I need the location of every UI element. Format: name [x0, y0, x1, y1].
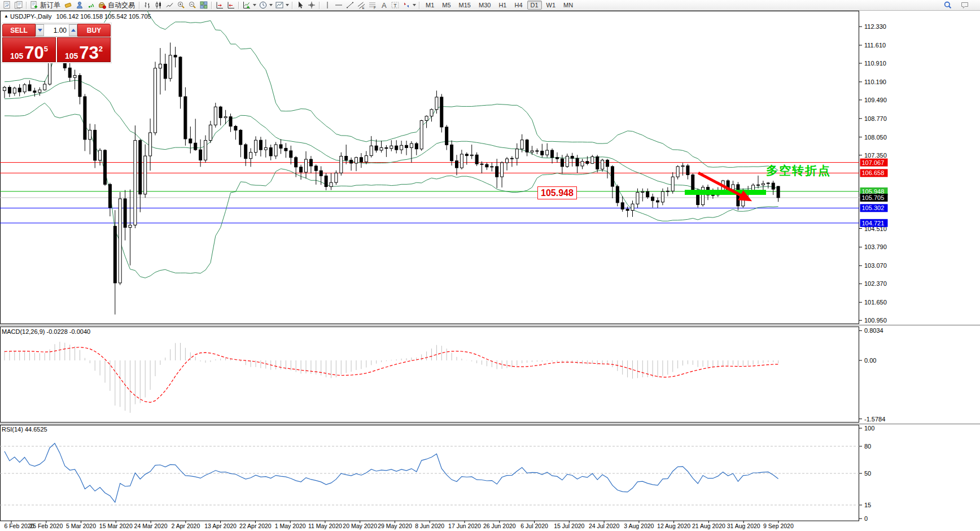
candle [420, 121, 423, 149]
chat-icon[interactable] [959, 1, 970, 10]
toolbar: 新订单自动交易EFATM1M5M15M30H1H4D1W1MN [0, 0, 980, 11]
zoom-out-icon[interactable] [187, 1, 198, 10]
auto-scroll-icon[interactable] [214, 1, 225, 10]
vertical-line-ic [323, 1, 332, 10]
horizontal-line-ic[interactable] [333, 1, 344, 10]
search-icon[interactable] [942, 1, 953, 10]
text-label-icon[interactable]: T [390, 1, 401, 10]
candle [440, 97, 443, 127]
macd-axis-tick: 0.8034 [864, 327, 883, 334]
candle [360, 158, 362, 162]
profiles-icon[interactable] [13, 1, 24, 10]
text-icon[interactable]: A [378, 1, 390, 10]
time-axis-label: 15 Mar 2020 [99, 523, 133, 529]
candle [515, 149, 518, 159]
fibonacci-icon: F [368, 1, 377, 10]
candle [279, 145, 282, 148]
sell-button[interactable]: SELL [2, 24, 36, 37]
candle [611, 167, 614, 186]
time-axis-label: 12 Aug 2020 [657, 523, 690, 529]
candle [78, 76, 81, 97]
timeframe-m5[interactable]: M5 [439, 1, 454, 10]
new-order-icon [30, 1, 39, 10]
periods-icon-dropdown[interactable] [269, 4, 273, 6]
crosshair-icon[interactable] [306, 1, 317, 10]
buy-price-box[interactable]: 105732 [57, 37, 111, 62]
rsi-axis-tick: 80 [864, 443, 871, 450]
toolbar-separator [26, 2, 27, 9]
periods-icon[interactable] [257, 1, 274, 10]
candle [169, 55, 172, 79]
candle [636, 193, 639, 204]
timeframe-h1[interactable]: H1 [495, 1, 510, 10]
editor-icon[interactable] [63, 1, 74, 10]
sell-price-point: 5 [44, 45, 48, 53]
candle [496, 167, 498, 177]
templates-icon-dropdown[interactable] [286, 4, 289, 6]
tile-windows-icon[interactable] [198, 1, 209, 10]
arrows-icon-dropdown[interactable] [413, 4, 416, 6]
candle [234, 127, 237, 130]
cursor-icon[interactable] [295, 1, 306, 10]
down-arrow-annotation[interactable] [698, 173, 749, 199]
timeframe-w1[interactable]: W1 [543, 1, 559, 10]
price-axis[interactable]: 112.330111.610110.910110.190109.490108.7… [859, 23, 888, 522]
candle [671, 177, 674, 191]
symbol-period-label: USDJPY-,Daily [10, 13, 52, 20]
arrows-icon [402, 1, 411, 10]
candle [179, 57, 182, 97]
candle [229, 117, 232, 127]
timeframe-d1[interactable]: D1 [527, 1, 542, 10]
arrows-icon[interactable] [401, 1, 417, 10]
timeframe-h4[interactable]: H4 [511, 1, 526, 10]
line-chart-icon[interactable] [164, 1, 176, 10]
candle [13, 88, 16, 93]
volume-input[interactable] [44, 24, 69, 36]
volume-decrease-button[interactable] [36, 24, 44, 36]
candle [475, 155, 478, 164]
bars-chart-icon[interactable] [142, 1, 153, 10]
chart-shift-icon[interactable] [225, 1, 237, 10]
turning-point-annotation[interactable]: 多空转折点 [766, 163, 831, 179]
price-tag-text: 105.705 [862, 194, 885, 201]
templates-icon[interactable] [274, 1, 290, 10]
indicators-icon[interactable] [241, 1, 257, 10]
market-icon[interactable] [74, 1, 85, 10]
candle [84, 97, 86, 140]
new-order-icon[interactable]: 新订单 [29, 1, 63, 10]
candle [250, 153, 252, 159]
timeframe-m30[interactable]: M30 [475, 1, 494, 10]
timeframe-m1[interactable]: M1 [422, 1, 438, 10]
zoom-in-icon [177, 1, 186, 10]
timeframe-mn[interactable]: MN [560, 1, 576, 10]
search-icon [943, 1, 952, 10]
time-axis-label: 29 May 2020 [378, 523, 412, 529]
candle [124, 199, 126, 228]
autotrading-icon[interactable]: 自动交易 [97, 1, 137, 10]
candle [94, 130, 97, 160]
chart-canvas[interactable]: 112.330111.610110.910110.190109.490108.7… [0, 0, 980, 531]
zoom-in-icon[interactable] [176, 1, 187, 10]
time-axis-label: 24 Mar 2020 [134, 523, 168, 529]
triangle-up-icon [71, 29, 76, 32]
new-chart-icon[interactable] [2, 1, 13, 10]
time-axis[interactable]: 6 Feb 202025 Feb 20205 Mar 202015 Mar 20… [4, 521, 793, 529]
indicators-icon-dropdown[interactable] [253, 4, 256, 6]
timeframe-m15[interactable]: M15 [456, 1, 474, 10]
price-callout-label[interactable]: 105.948 [537, 186, 577, 199]
vertical-line-ic[interactable] [322, 1, 333, 10]
sell-price-box[interactable]: 105705 [2, 37, 56, 62]
channel-icon[interactable]: E [356, 1, 367, 10]
candles-chart-icon[interactable] [153, 1, 164, 10]
time-axis-label: 3 Aug 2020 [624, 523, 654, 529]
candle [134, 141, 137, 225]
candle [657, 201, 659, 202]
buy-button[interactable]: BUY [77, 24, 111, 37]
fibonacci-icon[interactable]: F [367, 1, 378, 10]
signals-icon[interactable] [85, 1, 97, 10]
ohlc-values: 106.142 106.158 105.542 105.705 [56, 13, 151, 20]
volume-increase-button[interactable] [69, 24, 77, 36]
candle [129, 225, 132, 228]
trendline-icon[interactable] [344, 1, 356, 10]
candle [561, 159, 563, 167]
